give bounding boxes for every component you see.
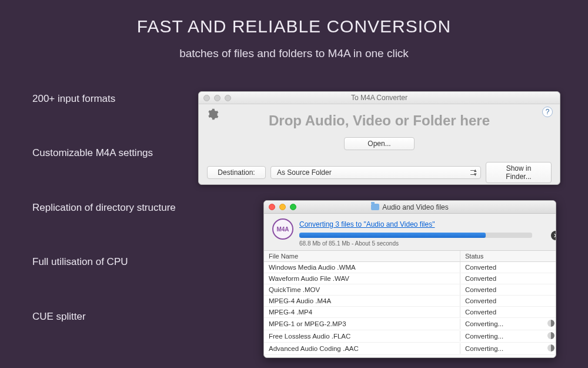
m4a-badge-icon: M4A bbox=[272, 218, 293, 240]
file-name-cell: Windows Media Audio .WMA bbox=[264, 262, 460, 273]
destination-select-value: As Source Folder bbox=[277, 168, 332, 177]
file-status-cell: Converting... bbox=[460, 319, 543, 329]
file-name-cell: Free Lossless Audio .FLAC bbox=[264, 331, 460, 342]
feature-list: 200+ input formats Customizable M4A sett… bbox=[32, 93, 176, 365]
file-table-header: File Name Status bbox=[264, 251, 556, 262]
file-status-cell: Converted bbox=[460, 296, 543, 306]
progress-window-title: Audio and Video files bbox=[382, 203, 449, 211]
column-header-status[interactable]: Status bbox=[460, 251, 543, 261]
help-icon[interactable]: ? bbox=[542, 107, 553, 117]
table-row[interactable]: Windows Media Audio .WMAConverted bbox=[264, 262, 556, 273]
feature-item: Full utilisation of CPU bbox=[32, 256, 176, 268]
spinner-icon bbox=[547, 320, 554, 327]
progress-bar-fill bbox=[299, 233, 486, 238]
open-button[interactable]: Open... bbox=[344, 137, 415, 150]
spinner-icon bbox=[547, 344, 554, 352]
drop-window: To M4A Converter ? Drop Audio, Video or … bbox=[198, 91, 560, 185]
destination-button[interactable]: Destination: bbox=[207, 166, 266, 179]
file-name-cell: QuickTime .MOV bbox=[264, 284, 460, 295]
progress-area: M4A Converting 3 files to "Audio and Vid… bbox=[264, 214, 556, 251]
file-busy-indicator bbox=[543, 288, 556, 291]
table-row[interactable]: MPEG-4 .MP4Converted bbox=[264, 307, 556, 318]
table-row[interactable]: Free Lossless Audio .FLACConverting... bbox=[264, 330, 556, 343]
folder-icon bbox=[371, 204, 379, 210]
file-table-body: Windows Media Audio .WMAConvertedWavefor… bbox=[264, 262, 556, 355]
file-name-cell: Advanced Audio Coding .AAC bbox=[264, 343, 460, 354]
feature-item: Customizable M4A settings bbox=[32, 147, 176, 159]
drop-window-titlebar: To M4A Converter bbox=[199, 92, 560, 104]
file-name-cell: MPEG-4 Audio .M4A bbox=[264, 296, 460, 306]
hero-title: FAST AND RELIABLE CONVERSION bbox=[0, 0, 588, 37]
table-row[interactable]: QuickTime .MOVConverted bbox=[264, 284, 556, 296]
file-name-cell: Waveform Audio File .WAV bbox=[264, 273, 460, 284]
file-status-cell: Converting... bbox=[460, 343, 543, 354]
spinner-icon bbox=[547, 332, 554, 339]
feature-item: 200+ input formats bbox=[32, 93, 176, 105]
chevron-updown-icon: ▴▾ bbox=[474, 168, 477, 177]
drop-instruction: Drop Audio, Video or Folder here bbox=[207, 112, 552, 129]
cancel-icon[interactable]: ✕ bbox=[551, 231, 556, 240]
file-busy-indicator bbox=[543, 343, 556, 354]
destination-select[interactable]: As Source Folder ▴▾ bbox=[270, 166, 481, 179]
progress-bar bbox=[299, 233, 532, 238]
converting-link[interactable]: Converting 3 files to "Audio and Video f… bbox=[299, 220, 435, 228]
file-busy-indicator bbox=[543, 277, 556, 280]
hero-subtitle: batches of files and folders to M4A in o… bbox=[0, 47, 588, 60]
file-name-cell: MPEG-4 .MP4 bbox=[264, 307, 460, 317]
file-busy-indicator bbox=[543, 266, 556, 269]
file-name-cell: MPEG-1 or MPEG-2.MP3 bbox=[264, 319, 460, 329]
table-row[interactable]: Advanced Audio Coding .AACConverting... bbox=[264, 343, 556, 355]
progress-window: Audio and Video files M4A Converting 3 f… bbox=[263, 200, 556, 358]
file-busy-indicator bbox=[543, 310, 556, 314]
file-busy-indicator bbox=[543, 330, 556, 342]
file-busy-indicator bbox=[543, 318, 556, 330]
progress-status-text: 68.8 Mb of 85.1 Mb - About 5 seconds bbox=[299, 240, 547, 247]
file-busy-indicator bbox=[543, 299, 556, 303]
progress-window-titlebar: Audio and Video files bbox=[264, 201, 556, 214]
drop-window-title: To M4A Converter bbox=[199, 94, 560, 102]
file-status-cell: Converted bbox=[460, 262, 543, 273]
table-row[interactable]: Waveform Audio File .WAVConverted bbox=[264, 273, 556, 284]
file-status-cell: Converted bbox=[460, 307, 543, 317]
file-status-cell: Converted bbox=[460, 273, 543, 284]
table-row[interactable]: MPEG-4 Audio .M4AConverted bbox=[264, 296, 556, 307]
feature-item: Replication of directory structure bbox=[32, 202, 176, 214]
column-header-name[interactable]: File Name bbox=[264, 251, 460, 261]
feature-item: CUE splitter bbox=[32, 311, 176, 323]
show-in-finder-button[interactable]: Show in Finder... bbox=[486, 162, 552, 183]
gear-icon[interactable] bbox=[206, 108, 219, 121]
table-row[interactable]: MPEG-1 or MPEG-2.MP3Converting... bbox=[264, 318, 556, 330]
file-status-cell: Converting... bbox=[460, 331, 543, 342]
file-status-cell: Converted bbox=[460, 284, 543, 295]
